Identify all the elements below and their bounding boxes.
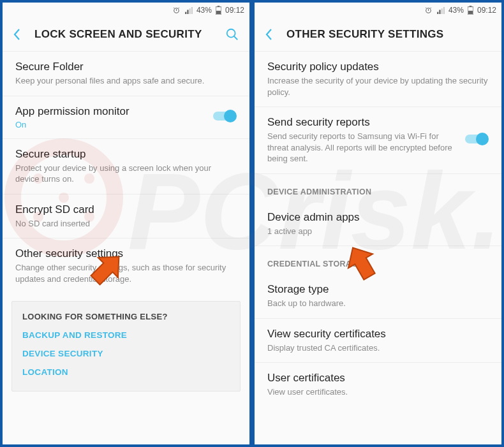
header: LOCK SCREEN AND SECURITY (3, 18, 249, 51)
alarm-icon (172, 6, 181, 15)
back-button[interactable] (11, 29, 23, 40)
battery-text: 43% (448, 6, 464, 15)
setting-send-security-reports[interactable]: Send security reports Send security repo… (255, 106, 501, 173)
signal-icon (436, 6, 445, 15)
page-title: OTHER SECURITY SETTINGS (286, 28, 444, 41)
clock-text: 09:12 (477, 6, 496, 15)
section-header-credential-storage: CREDENTIAL STORAGE (255, 245, 501, 274)
search-button[interactable] (224, 26, 241, 43)
item-title: Device admin apps (267, 211, 489, 224)
svg-point-12 (224, 110, 237, 122)
item-subtitle: Change other security settings, such as … (15, 262, 237, 284)
toggle-switch[interactable] (463, 131, 490, 149)
item-subtitle: Display trusted CA certificates. (267, 342, 489, 354)
battery-text: 43% (196, 6, 212, 15)
setting-app-permission-monitor[interactable]: App permission monitor On (3, 96, 249, 138)
item-title: Security policy updates (267, 61, 489, 73)
alarm-icon (424, 6, 433, 15)
item-subtitle: Back up to hardware. (267, 298, 489, 309)
link-backup-and-restore[interactable]: BACKUP AND RESTORE (22, 330, 230, 340)
setting-user-certificates[interactable]: User certificates View user certificates… (255, 362, 501, 407)
item-title: Other security settings (15, 247, 237, 260)
left-pane: 43% 09:12 LOCK SCREEN AND SECURITY Secur… (3, 3, 249, 444)
link-location[interactable]: LOCATION (22, 367, 230, 377)
svg-point-17 (476, 133, 489, 145)
setting-encrypt-sd-card[interactable]: Encrypt SD card No SD card inserted (3, 194, 249, 238)
clock-text: 09:12 (225, 6, 244, 15)
item-title: Send security reports (267, 116, 489, 129)
item-status: On (15, 120, 237, 129)
setting-device-admin-apps[interactable]: Device admin apps 1 active app (255, 202, 501, 246)
svg-rect-15 (468, 11, 473, 14)
svg-rect-9 (216, 11, 221, 14)
section-label: CREDENTIAL STORAGE (267, 260, 364, 268)
item-subtitle: View user certificates. (267, 386, 489, 398)
item-title: User certificates (267, 372, 489, 385)
item-title: View security certificates (267, 328, 489, 341)
content-area: Secure Folder Keep your personal files a… (3, 51, 249, 444)
content-area: Security policy updates Increase the sec… (255, 51, 501, 444)
item-title: Secure Folder (15, 61, 237, 73)
setting-other-security-settings[interactable]: Other security settings Change other sec… (3, 238, 249, 293)
footer-title: LOOKING FOR SOMETHING ELSE? (22, 312, 230, 321)
status-bar: 43% 09:12 (255, 3, 501, 18)
status-bar: 43% 09:12 (3, 3, 249, 18)
svg-point-10 (227, 29, 235, 38)
battery-icon (468, 6, 473, 15)
item-title: App permission monitor (15, 105, 237, 118)
setting-secure-startup[interactable]: Secure startup Protect your device by us… (3, 138, 249, 194)
link-device-security[interactable]: DEVICE SECURITY (22, 349, 230, 358)
item-title: Storage type (267, 283, 489, 296)
item-subtitle: Send security reports to Samsung via Wi-… (267, 131, 489, 165)
item-subtitle: Keep your personal files and apps safe a… (15, 75, 237, 87)
item-subtitle: Protect your device by using a screen lo… (15, 163, 237, 185)
section-label: DEVICE ADMINISTRATION (267, 187, 371, 196)
header: OTHER SECURITY SETTINGS (255, 18, 501, 51)
right-pane: 43% 09:12 OTHER SECURITY SETTINGS Securi… (255, 3, 501, 444)
battery-icon (216, 6, 221, 15)
page-title: LOCK SCREEN AND SECURITY (34, 28, 202, 41)
setting-storage-type[interactable]: Storage type Back up to hardware. (255, 274, 501, 318)
setting-secure-folder[interactable]: Secure Folder Keep your personal files a… (3, 51, 249, 96)
item-title: Secure startup (15, 148, 237, 161)
item-title: Encrypt SD card (15, 203, 237, 216)
item-subtitle: No SD card inserted (15, 218, 237, 230)
toggle-switch[interactable] (211, 108, 238, 126)
section-header-device-admin: DEVICE ADMINISTRATION (255, 173, 501, 202)
setting-security-policy-updates[interactable]: Security policy updates Increase the sec… (255, 51, 501, 106)
signal-icon (184, 6, 193, 15)
back-button[interactable] (263, 29, 275, 40)
item-subtitle: 1 active app (267, 226, 489, 237)
setting-view-security-certificates[interactable]: View security certificates Display trust… (255, 318, 501, 363)
item-subtitle: Increase the security of your device by … (267, 75, 489, 98)
footer-suggestions: LOOKING FOR SOMETHING ELSE? BACKUP AND R… (11, 301, 241, 392)
